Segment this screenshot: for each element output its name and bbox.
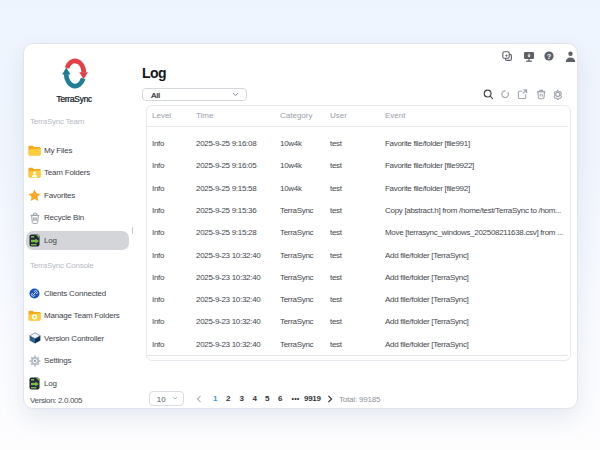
svg-text:?: ? bbox=[547, 52, 552, 61]
